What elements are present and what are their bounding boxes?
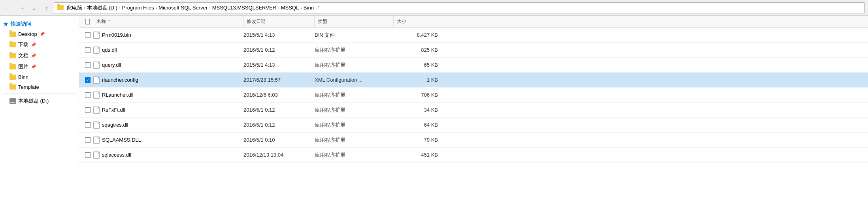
file-name-cell: query.dll [93,62,243,69]
breadcrumb-item-drive[interactable]: 本地磁盘 (D:) [87,4,117,11]
table-row[interactable]: RLauncher.dll 2016/12/6 6:03 应用程序扩展 706 … [79,88,868,103]
file-name: RsFxFt.dll [102,107,125,113]
file-checkbox-cell[interactable] [82,32,93,38]
file-name-cell: qds.dll [93,47,243,54]
file-size: 64 KB [394,122,441,128]
file-checkbox[interactable] [85,47,91,53]
table-row[interactable]: sqagtres.dll 2016/5/1 0:12 应用程序扩展 64 KB [79,118,868,133]
col-header-date[interactable]: 修改日期 [243,16,315,27]
table-row[interactable]: Prm0019.bin 2015/5/1 4:13 BIN 文件 8,427 K… [79,28,868,43]
col-name-sort-icon[interactable]: ⌃ [107,18,111,26]
file-list: Prm0019.bin 2015/5/1 4:13 BIN 文件 8,427 K… [79,28,868,202]
file-checkbox[interactable]: ✓ [85,77,91,83]
file-name: qds.dll [102,47,117,53]
sidebar-label-binn: Binn [18,74,28,80]
up-button[interactable]: ↑ [41,2,52,13]
table-row[interactable]: RsFxFt.dll 2016/5/1 0:12 应用程序扩展 34 KB [79,103,868,118]
table-row[interactable]: qds.dll 2016/5/1 0:12 应用程序扩展 825 KB [79,43,868,58]
file-checkbox[interactable] [85,107,91,113]
file-size: 65 KB [394,62,441,68]
file-checkbox[interactable] [85,92,91,98]
file-name-cell: sqagtres.dll [93,122,243,129]
col-header-name[interactable]: 名称 ⌃ [93,16,243,27]
file-size: 451 KB [394,152,441,158]
sidebar-label-pictures: 图片 [18,63,28,70]
table-row[interactable]: SQLAAMSS.DLL 2016/5/1 0:10 应用程序扩展 79 KB [79,133,868,148]
file-checkbox-cell[interactable] [82,137,93,143]
pin-icon-pictures: 📌 [31,64,36,69]
breadcrumb-item-mssql13[interactable]: MSSQL13.MSSQLSERVER [212,5,276,11]
breadcrumb-sep-5: › [278,6,279,10]
star-icon: ★ [3,21,8,27]
sidebar-item-binn[interactable]: Binn [0,72,79,82]
breadcrumb-sep-2: › [119,6,121,10]
breadcrumb-sep-4: › [209,6,211,10]
table-row[interactable]: sqlaccess.dll 2016/12/13 13:04 应用程序扩展 45… [79,148,868,163]
sidebar-item-template[interactable]: Template [0,82,79,92]
col-header-type[interactable]: 类型 [315,16,394,27]
breadcrumb-sep: › [84,6,85,10]
breadcrumb-expand-icon[interactable]: ⌃ [316,4,321,12]
breadcrumb[interactable]: 此电脑 › 本地磁盘 (D:) › Program Files › Micros… [54,2,865,13]
breadcrumb-item-computer[interactable]: 此电脑 [67,4,82,11]
file-checkbox[interactable] [85,122,91,128]
file-name-cell: SQLAAMSS.DLL [93,137,243,144]
folder-icon-desktop [9,32,16,37]
sidebar-item-desktop[interactable]: Desktop 📌 [0,29,79,39]
col-header-size[interactable]: 大小 [394,16,441,27]
file-checkbox[interactable] [85,152,91,158]
file-checkbox-cell[interactable]: ✓ [82,77,93,83]
file-size: 79 KB [394,137,441,143]
file-checkbox-cell[interactable] [82,92,93,98]
file-checkbox[interactable] [85,137,91,143]
sidebar-item-downloads[interactable]: 下载 📌 [0,39,79,50]
sidebar-item-pictures[interactable]: 图片 📌 [0,61,79,72]
file-checkbox[interactable] [85,32,91,38]
quick-access-header: ★ 快速访问 [0,19,79,29]
file-icon [93,62,100,69]
sidebar-item-documents[interactable]: 文档 📌 [0,50,79,61]
column-headers: 名称 ⌃ 修改日期 类型 大小 [79,16,868,28]
file-date: 2016/5/1 0:12 [243,122,315,128]
file-checkbox-cell[interactable] [82,152,93,158]
file-checkbox[interactable] [85,62,91,68]
pin-icon-desktop: 📌 [40,32,45,37]
file-size: 34 KB [394,107,441,113]
file-name: sqlaccess.dll [102,152,131,158]
file-size: 706 KB [394,92,441,98]
file-icon [93,107,100,114]
breadcrumb-item-sql-server[interactable]: Microsoft SQL Server [159,5,208,11]
file-checkbox-cell[interactable] [82,107,93,113]
sidebar-label-documents: 文档 [18,52,28,59]
file-checkbox-cell[interactable] [82,47,93,53]
address-bar: ← → ⌄ ↑ 此电脑 › 本地磁盘 (D:) › Program Files … [0,0,868,16]
breadcrumb-item-program-files[interactable]: Program Files [122,5,154,11]
file-type: XML Configuration ... [315,77,394,83]
recent-locations-button[interactable]: ⌄ [28,2,40,13]
sidebar: ★ 快速访问 Desktop 📌 下载 📌 文档 📌 图片 📌 Binn [0,16,79,202]
breadcrumb-item-binn[interactable]: Binn [304,5,314,11]
file-type: 应用程序扩展 [315,107,394,114]
forward-button[interactable]: → [16,2,27,13]
breadcrumb-item-mssql[interactable]: MSSQL [281,5,299,11]
file-checkbox-cell[interactable] [82,62,93,68]
sidebar-label-desktop: Desktop [18,31,37,37]
file-type: 应用程序扩展 [315,92,394,99]
file-type: 应用程序扩展 [315,122,394,129]
file-name: Prm0019.bin [102,32,131,38]
quick-access-label: 快速访问 [11,21,31,28]
file-date: 2016/12/13 13:04 [243,152,315,158]
col-header-check[interactable] [82,16,93,27]
file-icon [93,152,100,159]
file-name: SQLAAMSS.DLL [102,137,141,143]
file-name-cell: rlauncher.config [93,77,243,84]
file-date: 2016/5/1 0:12 [243,47,315,53]
back-button[interactable]: ← [3,2,14,13]
sidebar-item-local-disk[interactable]: 本地磁盘 (D:) [0,95,79,107]
header-checkbox[interactable] [85,19,90,24]
table-row[interactable]: query.dll 2015/5/1 4:13 应用程序扩展 65 KB [79,58,868,73]
file-checkbox-cell[interactable] [82,122,93,128]
table-row[interactable]: ✓ rlauncher.config 2017/6/28 15:57 XML C… [79,73,868,88]
file-date: 2017/6/28 15:57 [243,77,315,83]
file-date: 2016/12/6 6:03 [243,92,315,98]
